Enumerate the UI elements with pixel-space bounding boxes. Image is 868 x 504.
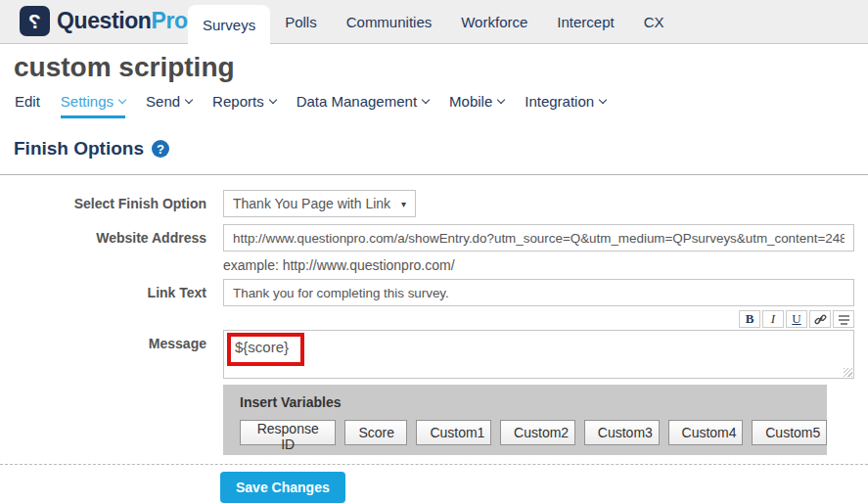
website-address-row: Website Address example: http://www.ques… xyxy=(0,224,868,273)
nav-tab[interactable]: CX xyxy=(629,1,679,44)
subnav-item-label: Data Management xyxy=(297,93,417,110)
top-bar: ? QuestionPro Surveys Polls Communities … xyxy=(0,0,868,44)
insert-variable-button[interactable]: Custom5 xyxy=(752,420,827,445)
subnav-item[interactable]: Settings xyxy=(61,93,125,118)
subnav-item-label: Send xyxy=(146,93,180,110)
survey-subnav: Edit Settings Send Reports Data Manageme… xyxy=(15,93,868,118)
nav-tab[interactable]: Surveys xyxy=(188,5,270,45)
chevron-down-icon xyxy=(497,95,505,103)
italic-button[interactable]: I xyxy=(762,310,784,328)
subnav-item-label: Mobile xyxy=(449,93,492,110)
link-icon xyxy=(814,313,827,326)
section-heading: Finish Options ? xyxy=(14,138,868,160)
subnav-item[interactable]: Mobile xyxy=(449,93,504,115)
chevron-down-icon xyxy=(118,95,126,103)
insert-variable-button[interactable]: Response ID xyxy=(240,420,336,445)
finish-option-selected-value: Thank You Page with Link xyxy=(233,196,390,211)
subnav-item-label: Integration xyxy=(525,93,594,110)
dashed-divider xyxy=(0,464,868,465)
subnav-item[interactable]: Integration xyxy=(525,93,606,115)
nav-tab[interactable]: Communities xyxy=(332,1,447,44)
resize-grip[interactable] xyxy=(844,368,852,377)
insert-variable-button[interactable]: Custom2 xyxy=(500,420,575,445)
nav-tab-label: Polls xyxy=(285,14,317,30)
message-format-toolbar: B I U xyxy=(223,310,854,328)
message-label: Message xyxy=(0,310,206,351)
select-dropdown-arrow-icon: ▾ xyxy=(401,199,406,209)
variable-buttons: Response IDScoreCustom1Custom2Custom3Cus… xyxy=(240,420,827,445)
subnav-item[interactable]: Data Management xyxy=(297,93,429,115)
nav-tab-label: Workforce xyxy=(461,14,527,30)
finish-option-label: Select Finish Option xyxy=(0,190,206,211)
link-text-input[interactable] xyxy=(223,279,854,306)
insert-variable-button[interactable]: Score xyxy=(344,420,407,445)
link-text-label: Link Text xyxy=(0,279,206,300)
message-textarea[interactable]: ${score} xyxy=(223,330,854,379)
chevron-down-icon xyxy=(422,95,430,103)
questionpro-logo[interactable]: ? QuestionPro xyxy=(20,6,188,36)
subnav-item[interactable]: Reports xyxy=(212,93,276,115)
link-button[interactable] xyxy=(809,310,831,328)
chevron-down-icon xyxy=(268,95,276,103)
section-title: Finish Options xyxy=(14,138,144,160)
save-changes-button[interactable]: Save Changes xyxy=(220,472,345,503)
subnav-item-label: Edit xyxy=(15,93,40,110)
subnav-item[interactable]: Edit xyxy=(15,93,40,115)
website-address-input[interactable] xyxy=(223,224,854,252)
product-tabs: Surveys Polls Communities Workforce Inte… xyxy=(188,0,679,44)
message-value: ${score} xyxy=(235,339,289,355)
nav-tab-label: Intercept xyxy=(557,14,614,30)
align-icon xyxy=(838,313,850,326)
finish-option-select[interactable]: Thank You Page with Link ▾ xyxy=(223,190,416,217)
finish-option-row: Select Finish Option Thank You Page with… xyxy=(0,190,868,217)
link-text-row: Link Text xyxy=(0,279,868,306)
subnav-item[interactable]: Send xyxy=(146,93,192,115)
logo-wordmark: QuestionPro xyxy=(57,8,188,34)
insert-variable-button[interactable]: Custom4 xyxy=(668,420,744,445)
nav-tab[interactable]: Intercept xyxy=(542,1,628,44)
insert-variable-button[interactable]: Custom1 xyxy=(416,420,491,445)
align-button[interactable] xyxy=(833,310,854,328)
nav-tab[interactable]: Workforce xyxy=(446,1,542,44)
help-icon[interactable]: ? xyxy=(152,140,169,158)
page-title: custom scripting xyxy=(14,52,868,83)
subnav-item-label: Reports xyxy=(212,93,264,110)
chevron-down-icon xyxy=(185,95,193,103)
nav-tab-label: Surveys xyxy=(203,17,255,33)
nav-tab-label: Communities xyxy=(346,14,433,30)
nav-tab-label: CX xyxy=(644,14,664,30)
underline-button[interactable]: U xyxy=(786,310,807,328)
logo-word-question: Question xyxy=(57,8,151,33)
message-row: Message B I U ${score} xyxy=(0,310,868,379)
insert-variable-button[interactable]: Custom3 xyxy=(584,420,660,445)
logo-word-pro: Pro xyxy=(151,8,187,33)
website-address-hint: example: http://www.questionpro.com/ xyxy=(223,257,854,273)
questionpro-logo-icon: ? xyxy=(20,6,50,36)
finish-options-form: Select Finish Option Thank You Page with… xyxy=(0,190,868,455)
bold-button[interactable]: B xyxy=(739,310,760,328)
website-address-label: Website Address xyxy=(0,224,206,246)
nav-tab[interactable]: Polls xyxy=(270,1,332,44)
insert-variables-panel: Insert Variables Response IDScoreCustom1… xyxy=(223,385,827,455)
subnav-item-label: Settings xyxy=(61,93,114,110)
insert-variables-title: Insert Variables xyxy=(240,394,827,410)
section-divider xyxy=(0,174,868,175)
chevron-down-icon xyxy=(599,95,607,103)
